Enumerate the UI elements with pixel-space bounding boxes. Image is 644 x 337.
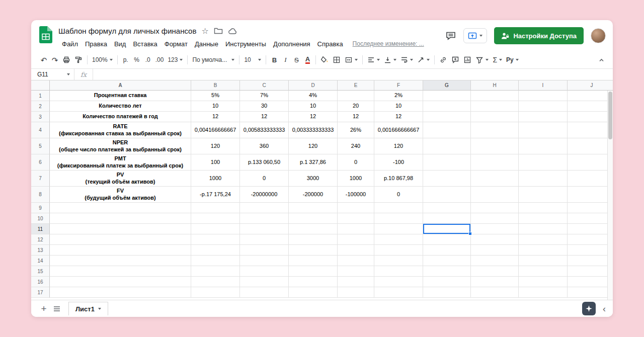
cell[interactable]: 3000	[289, 171, 338, 187]
cell[interactable]	[338, 213, 374, 224]
row-header[interactable]: 9	[31, 203, 50, 213]
row-header[interactable]: 16	[31, 277, 50, 287]
insert-comment-button[interactable]	[449, 54, 461, 66]
cell[interactable]	[568, 171, 613, 187]
merge-cells-button[interactable]	[343, 54, 360, 66]
cell[interactable]	[471, 213, 519, 224]
cell[interactable]: 360	[240, 138, 289, 154]
row-header[interactable]: 8	[31, 187, 50, 203]
cell[interactable]	[471, 122, 519, 138]
cell[interactable]	[568, 91, 613, 101]
collapse-panel-icon[interactable]: ‹	[603, 304, 606, 313]
cell[interactable]	[519, 91, 568, 101]
col-header-selected[interactable]: G	[423, 80, 471, 91]
sheet-tab-menu-caret[interactable]	[98, 308, 101, 310]
cell[interactable]	[289, 203, 338, 213]
cell[interactable]	[423, 138, 471, 154]
redo-button[interactable]: ↷	[49, 54, 60, 66]
last-edit-link[interactable]: Последнее изменение: ...	[353, 40, 424, 47]
borders-button[interactable]	[331, 54, 343, 66]
row-header[interactable]: 1	[31, 91, 50, 101]
row-header[interactable]: 5	[31, 138, 50, 154]
row-header[interactable]: 3	[31, 112, 50, 122]
cell[interactable]	[568, 122, 613, 138]
cell[interactable]	[423, 91, 471, 101]
sheets-logo-icon[interactable]	[39, 26, 52, 43]
col-header[interactable]: H	[471, 80, 519, 91]
cell[interactable]	[471, 154, 519, 171]
share-settings-button[interactable]: Настройки Доступа	[494, 27, 584, 44]
move-folder-icon[interactable]	[214, 27, 223, 35]
cell[interactable]: 0	[240, 171, 289, 187]
cell[interactable]	[374, 203, 423, 213]
vertical-align-button[interactable]	[382, 54, 398, 66]
sheet-tab[interactable]: Лист1	[68, 302, 108, 315]
cell[interactable]	[471, 187, 519, 203]
menu-insert[interactable]: Вставка	[129, 39, 160, 49]
cell[interactable]	[374, 213, 423, 224]
cell[interactable]	[191, 245, 240, 256]
cell[interactable]	[471, 266, 519, 277]
cell[interactable]	[50, 234, 191, 245]
cell[interactable]	[191, 266, 240, 277]
format-percent-button[interactable]: %	[131, 54, 142, 66]
cell[interactable]	[289, 287, 338, 298]
cell[interactable]	[338, 287, 374, 298]
cell[interactable]: 10	[191, 101, 240, 112]
cell[interactable]	[519, 287, 568, 298]
cell[interactable]	[50, 277, 191, 287]
cell[interactable]: 120	[289, 138, 338, 154]
cell[interactable]	[423, 245, 471, 256]
cell[interactable]	[240, 287, 289, 298]
cell[interactable]: р.133 060,50	[240, 154, 289, 171]
decrease-decimal-button[interactable]: .0	[142, 54, 153, 66]
cell[interactable]: 2%	[374, 91, 423, 101]
menu-view[interactable]: Вид	[111, 39, 130, 49]
cell[interactable]	[423, 277, 471, 287]
menu-tools[interactable]: Инструменты	[222, 39, 270, 49]
cell[interactable]	[423, 213, 471, 224]
formula-input[interactable]	[93, 69, 613, 80]
cell[interactable]	[519, 256, 568, 266]
add-sheet-button[interactable]: +	[37, 302, 50, 315]
row-header[interactable]: 7	[31, 171, 50, 187]
cell[interactable]	[50, 287, 191, 298]
cell[interactable]	[338, 256, 374, 266]
cell[interactable]	[568, 154, 613, 171]
select-all-corner[interactable]	[31, 80, 50, 91]
font-size-select[interactable]: 10	[242, 54, 263, 66]
cell[interactable]	[423, 122, 471, 138]
cell[interactable]	[289, 234, 338, 245]
cell[interactable]	[338, 224, 374, 234]
cell[interactable]	[191, 287, 240, 298]
row-header[interactable]: 2	[31, 101, 50, 112]
italic-button[interactable]: I	[280, 54, 291, 66]
cell[interactable]	[471, 277, 519, 287]
scrollbar-thumb[interactable]	[608, 92, 612, 139]
cell[interactable]	[471, 112, 519, 122]
bold-button[interactable]: B	[269, 54, 280, 66]
col-header[interactable]: D	[289, 80, 338, 91]
cell[interactable]	[423, 101, 471, 112]
cell[interactable]	[568, 101, 613, 112]
cell[interactable]: 0,001666666667	[374, 122, 423, 138]
col-header[interactable]: J	[568, 80, 613, 91]
cell[interactable]	[519, 234, 568, 245]
cell[interactable]	[519, 203, 568, 213]
cell[interactable]: 240	[338, 138, 374, 154]
menu-data[interactable]: Данные	[191, 39, 222, 49]
cell[interactable]	[50, 213, 191, 224]
more-formats-button[interactable]: 123	[166, 54, 185, 66]
cell[interactable]	[338, 245, 374, 256]
cell-label[interactable]: NPER(общее число платежей за выбранный с…	[50, 138, 191, 154]
row-header[interactable]: 10	[31, 213, 50, 224]
cell[interactable]: 1000	[338, 171, 374, 187]
cell[interactable]	[50, 245, 191, 256]
col-header[interactable]: C	[240, 80, 289, 91]
cell[interactable]	[568, 203, 613, 213]
cell[interactable]	[374, 287, 423, 298]
row-header[interactable]: 11	[31, 224, 50, 234]
cell[interactable]: -200000	[289, 187, 338, 203]
cell[interactable]	[338, 277, 374, 287]
cell-label[interactable]: FV(будущий объём активов)	[50, 187, 191, 203]
